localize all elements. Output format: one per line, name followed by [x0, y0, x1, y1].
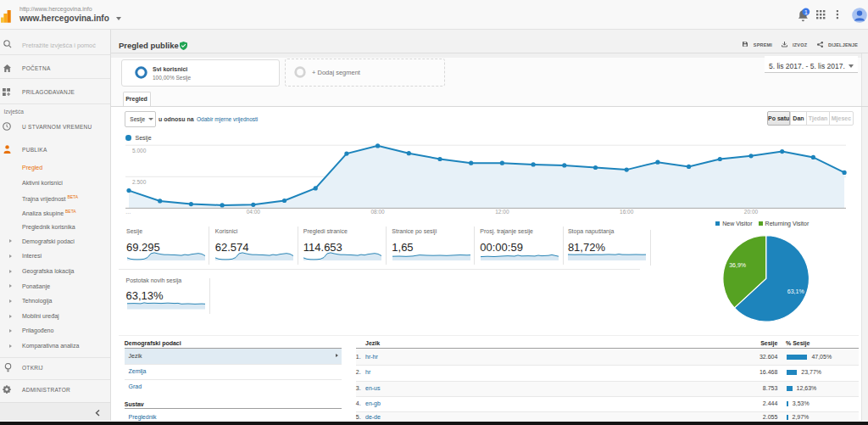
svg-text:5.000: 5.000	[132, 148, 147, 154]
svg-text:20:00: 20:00	[744, 209, 759, 215]
svg-text:63,1%: 63,1%	[787, 288, 804, 294]
svg-text:1: 1	[804, 8, 808, 16]
svg-text:36,9%: 36,9%	[729, 262, 746, 268]
svg-text:12:00: 12:00	[495, 209, 509, 215]
svg-text:16:00: 16:00	[620, 209, 634, 215]
svg-text:…: …	[125, 209, 131, 215]
svg-text:2.500: 2.500	[132, 179, 147, 185]
svg-text:04:00: 04:00	[247, 209, 261, 215]
svg-text:08:00: 08:00	[370, 209, 385, 215]
